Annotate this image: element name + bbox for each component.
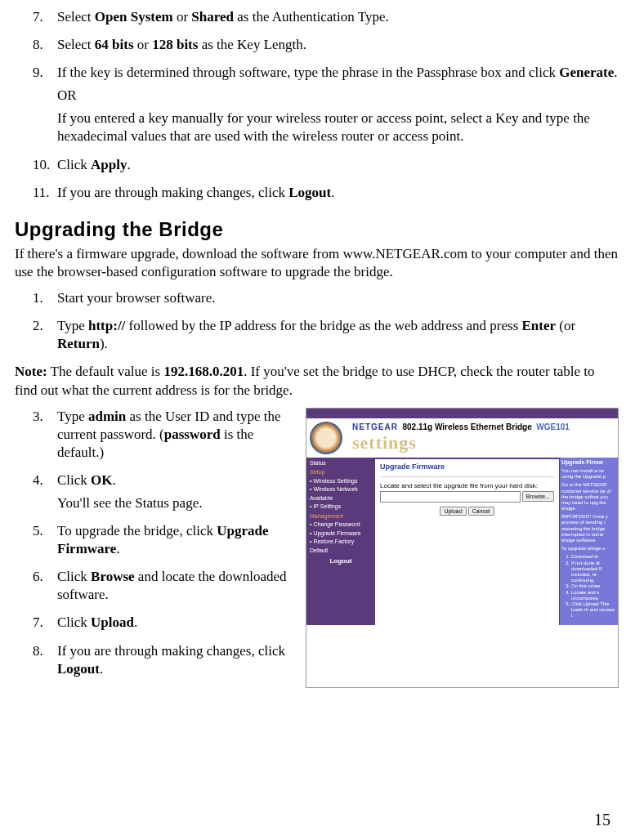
netgear-logo-icon: [310, 422, 342, 454]
step-content: Select Open System or Shared as the Auth…: [57, 8, 619, 31]
step-content: If you are through making changes, click…: [57, 642, 294, 683]
nav-logout[interactable]: Logout: [310, 556, 372, 566]
step-content: To upgrade the bridge, click Upgrade Fir…: [57, 522, 294, 563]
help-list-item: If not done al downloaded If included, r…: [571, 561, 616, 584]
nav-link[interactable]: Restore Factory Default: [310, 538, 372, 555]
cancel-button[interactable]: Cancel: [468, 507, 494, 516]
step-number: 7.: [33, 8, 57, 31]
help-text: You can install a ne using the Upgrade p: [561, 468, 616, 480]
list-item: 9.If the key is determined through softw…: [33, 64, 619, 150]
help-title: Upgrade Firmw: [561, 459, 616, 466]
step-content: Click OK.You'll see the Status page.: [57, 471, 294, 517]
note-paragraph: Note: The default value is 192.168.0.201…: [15, 363, 619, 399]
step-number: 8.: [33, 36, 57, 59]
step-number: 10.: [33, 156, 57, 179]
section-heading: Upgrading the Bridge: [15, 217, 619, 242]
help-list-item: Locate and s uncompress: [571, 590, 616, 601]
list-item: 7.Click Upload.: [33, 614, 294, 637]
help-panel: Upgrade Firmw You can install a ne using…: [559, 458, 618, 625]
nav-link[interactable]: IP Settings: [310, 503, 372, 512]
list-item: 5.To upgrade the bridge, click Upgrade F…: [33, 522, 294, 563]
browse-button[interactable]: Browse...: [522, 491, 554, 502]
nav-link[interactable]: Wireless Settings: [310, 477, 372, 486]
step-content: Select 64 bits or 128 bits as the Key Le…: [57, 36, 619, 59]
help-text: IMPORTANT! Once y process of sending t r…: [561, 514, 616, 543]
nav-status[interactable]: Status: [310, 459, 372, 468]
step-number: 2.: [33, 317, 57, 358]
help-text: Go to the NETGEAR customer service de of…: [561, 482, 616, 512]
instruction-list-upper: 7.Select Open System or Shared as the Au…: [33, 8, 619, 207]
list-item: 10.Click Apply.: [33, 156, 619, 179]
list-item: 6.Click Browse and locate the downloaded…: [33, 568, 294, 609]
step-content: Type admin as the User ID and type the c…: [57, 408, 294, 467]
panel-instruction: Locate and select the upgrade file from …: [380, 482, 554, 490]
section-intro: If there's a firmware upgrade, download …: [15, 245, 619, 281]
step-content: Click Browse and locate the downloaded s…: [57, 568, 294, 609]
help-list-item: Click Upload This loads th and causes t: [571, 601, 616, 619]
step-content: Type http:// followed by the IP address …: [57, 317, 619, 358]
step-number: 6.: [33, 568, 57, 609]
step-content: If you are through making changes, click…: [57, 184, 619, 207]
instruction-list-mid: 1.Start your browser software.2.Type htt…: [33, 289, 619, 358]
file-path-input[interactable]: [380, 491, 521, 503]
step-content: Start your browser software.: [57, 289, 619, 312]
list-item: 11.If you are through making changes, cl…: [33, 184, 619, 207]
help-list-item: On this scree: [571, 583, 616, 589]
step-number: 11.: [33, 184, 57, 207]
list-item: 2.Type http:// followed by the IP addres…: [33, 317, 619, 358]
nav-link[interactable]: Change Password: [310, 521, 372, 529]
nav-link[interactable]: Upgrade Firmware: [310, 529, 372, 538]
list-item: 4.Click OK.You'll see the Status page.: [33, 471, 294, 517]
panel-title: Upgrade Firmware: [380, 462, 554, 472]
help-list-item: Download th: [571, 554, 616, 560]
list-item: 7.Select Open System or Shared as the Au…: [33, 8, 619, 31]
step-number: 3.: [33, 408, 57, 467]
step-number: 9.: [33, 64, 57, 150]
list-item: 8.If you are through making changes, cli…: [33, 642, 294, 683]
main-panel: Upgrade Firmware Locate and select the u…: [375, 458, 559, 625]
instruction-list-lower: 3.Type admin as the User ID and type the…: [33, 408, 294, 683]
step-number: 1.: [33, 289, 57, 312]
screenshot-figure: NETGEAR 802.11g Wireless Ethernet Bridge…: [306, 408, 619, 688]
list-item: 3.Type admin as the User ID and type the…: [33, 408, 294, 467]
model-text: WGE101: [536, 422, 570, 431]
nav-link[interactable]: Wireless Network Available: [310, 485, 372, 503]
nav-sidebar: Status Setup Wireless SettingsWireless N…: [306, 458, 375, 625]
upload-button[interactable]: Upload: [440, 507, 466, 516]
step-number: 8.: [33, 642, 57, 683]
settings-word: settings: [352, 431, 417, 455]
nav-management-header: Management: [310, 512, 372, 521]
nav-setup-header: Setup: [310, 468, 372, 477]
step-content: If the key is determined through softwar…: [57, 64, 619, 150]
step-number: 5.: [33, 522, 57, 563]
product-text: 802.11g Wireless Ethernet Bridge: [402, 422, 531, 431]
step-content: Click Apply.: [57, 156, 619, 179]
step-number: 7.: [33, 614, 57, 637]
step-content: Click Upload.: [57, 614, 294, 637]
help-text: To upgrade bridge s: [561, 546, 616, 552]
brand-text: NETGEAR: [352, 422, 398, 431]
list-item: 8.Select 64 bits or 128 bits as the Key …: [33, 36, 619, 59]
step-number: 4.: [33, 471, 57, 517]
list-item: 1.Start your browser software.: [33, 289, 619, 312]
